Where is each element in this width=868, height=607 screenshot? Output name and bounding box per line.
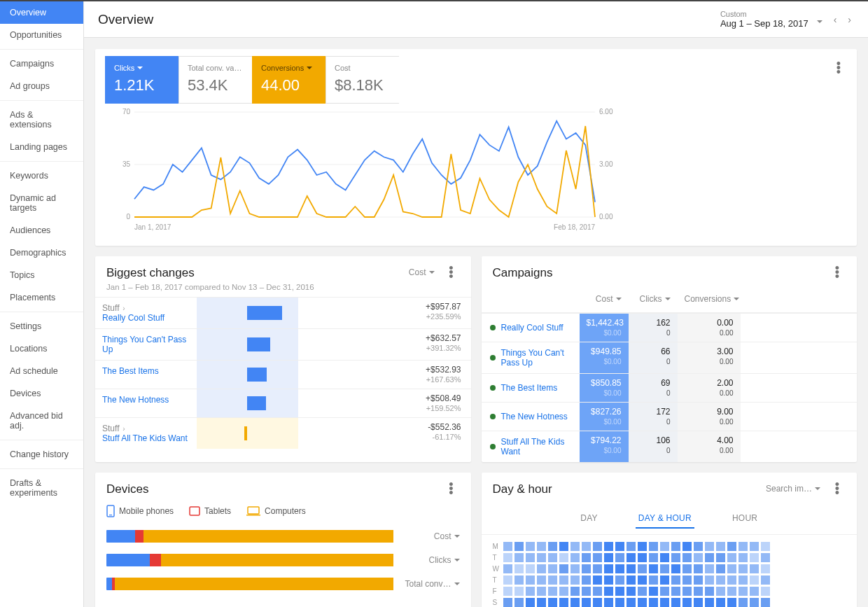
table-row[interactable]: Things You Can't Pass Up+$632.57+391.32% [95, 328, 471, 360]
day-hour-tabs: DAY DAY & HOUR HOUR [482, 502, 858, 535]
metric-tile-conversions[interactable]: Conversions44.00 [252, 56, 326, 104]
metric-dropdown[interactable]: Search im… [766, 484, 820, 494]
table-row[interactable]: The Best Items+$532.93+167.63% [95, 360, 471, 389]
computer-icon: Computers [246, 506, 306, 516]
col-conv-dropdown[interactable]: Conversions [685, 294, 740, 304]
sidebar-item-audiences[interactable]: Audiences [0, 219, 83, 242]
sidebar-item-topics[interactable]: Topics [0, 264, 83, 286]
card-menu-button[interactable]: ••• [443, 482, 460, 495]
sidebar-item-demographics[interactable]: Demographics [0, 242, 83, 264]
panel-title: Day & hour [493, 482, 552, 496]
table-row[interactable]: Stuff ›Stuff All The Kids Want-$552.36-6… [95, 417, 471, 449]
metrics-chart: 00.00353.00706.00Jan 1, 2017Feb 18, 2017 [95, 104, 857, 236]
metric-dropdown[interactable]: Cost [409, 267, 435, 277]
status-dot-icon [490, 355, 496, 361]
metric-dropdown[interactable]: Total conv… [402, 579, 460, 589]
svg-text:6.00: 6.00 [599, 108, 613, 116]
table-row[interactable]: Stuff All The Kids Want$794.22$0.0010604… [482, 431, 858, 462]
svg-rect-12 [109, 515, 112, 515]
status-dot-icon [490, 325, 496, 330]
status-dot-icon [490, 385, 496, 391]
campaigns-card: Campaigns ••• Cost Clicks Conversions Re… [482, 256, 858, 462]
page-title: Overview [98, 12, 153, 27]
tab-day-hour[interactable]: DAY & HOUR [636, 509, 694, 529]
device-bar-row: Clicks [95, 548, 471, 572]
sidebar-item-campaigns[interactable]: Campaigns [0, 53, 83, 75]
sidebar-item-placements[interactable]: Placements [0, 286, 83, 309]
svg-text:3.00: 3.00 [599, 160, 613, 168]
col-cost-dropdown[interactable]: Cost [596, 294, 622, 304]
svg-text:0.00: 0.00 [599, 213, 613, 221]
metric-tile-clicks[interactable]: Clicks1.21K [105, 56, 178, 104]
panel-title: Biggest changes [106, 266, 314, 280]
table-row[interactable]: The New Hotness+$508.49+159.52% [95, 389, 471, 417]
chevron-down-icon[interactable] [814, 13, 825, 27]
table-row[interactable]: The Best Items$850.85$0.006902.000.00 [482, 373, 858, 402]
svg-rect-15 [246, 515, 260, 516]
next-period-button[interactable]: › [845, 13, 854, 27]
device-bar-row: Total conv… [95, 572, 471, 596]
svg-text:70: 70 [122, 108, 131, 116]
table-row[interactable]: Things You Can't Pass Up$949.85$0.006603… [482, 342, 858, 373]
status-dot-icon [490, 414, 496, 419]
panel-title: Devices [106, 482, 148, 496]
sidebar-item-settings[interactable]: Settings [0, 315, 83, 337]
prev-period-button[interactable]: ‹ [831, 13, 840, 27]
status-dot-icon [490, 444, 496, 449]
sidebar-item-overview[interactable]: Overview [0, 1, 83, 24]
tablet-icon: Tablets [189, 506, 231, 516]
svg-text:0: 0 [126, 213, 130, 221]
date-range-text: Aug 1 – Sep 18, 2017 [720, 18, 808, 29]
table-header-row: Cost Clicks Conversions [482, 286, 858, 313]
metric-dropdown[interactable]: Clicks [402, 555, 460, 565]
col-clicks-dropdown[interactable]: Clicks [640, 294, 671, 304]
sidebar-item-dynamic-ad-targets[interactable]: Dynamic ad targets [0, 187, 83, 219]
sidebar-item-opportunities[interactable]: Opportunities [0, 24, 83, 46]
heatmap: MTWTFSS12 AM6 AM12 PM6 PM12 AM [482, 535, 858, 607]
page-header: Overview Custom Aug 1 – Sep 18, 2017 ‹ › [84, 1, 868, 38]
card-menu-button[interactable]: ••• [443, 266, 460, 279]
card-menu-button[interactable]: ••• [829, 482, 846, 495]
card-menu-button[interactable]: ••• [830, 62, 847, 74]
sidebar-item-change-history[interactable]: Change history [0, 443, 83, 466]
device-bar-row: Cost [95, 524, 471, 548]
svg-text:Feb 18, 2017: Feb 18, 2017 [554, 223, 595, 231]
sidebar: OverviewOpportunitiesCampaignsAd groupsA… [0, 1, 84, 607]
table-row[interactable]: The New Hotness$827.26$0.0017209.000.00 [482, 402, 858, 431]
svg-rect-14 [248, 507, 259, 514]
svg-text:Jan 1, 2017: Jan 1, 2017 [134, 223, 172, 231]
biggest-changes-card: Biggest changes Jan 1 – Feb 18, 2017 com… [95, 256, 471, 462]
devices-card: Devices ••• Mobile phones Tablets Comput… [95, 473, 471, 607]
day-hour-card: Day & hour Search im… ••• DAY DAY & HOUR… [482, 473, 858, 607]
tab-hour[interactable]: HOUR [729, 509, 760, 529]
metrics-card: Clicks1.21KTotal conv. va…53.4KConversio… [95, 49, 857, 246]
sidebar-item-drafts-experiments[interactable]: Drafts & experiments [0, 472, 83, 504]
card-menu-button[interactable]: ••• [829, 266, 846, 279]
svg-text:35: 35 [122, 160, 131, 168]
devices-legend: Mobile phones Tablets Computers [95, 502, 471, 524]
metric-dropdown[interactable]: Cost [402, 531, 460, 541]
sidebar-item-ads-extensions[interactable]: Ads & extensions [0, 104, 83, 136]
metric-tile-cost[interactable]: Cost$8.18K [326, 56, 399, 104]
sidebar-item-landing-pages[interactable]: Landing pages [0, 136, 83, 158]
date-range-picker[interactable]: Custom Aug 1 – Sep 18, 2017 ‹ › [720, 10, 854, 29]
sidebar-item-ad-schedule[interactable]: Ad schedule [0, 360, 83, 382]
tab-day[interactable]: DAY [578, 509, 601, 529]
svg-rect-13 [190, 507, 200, 515]
table-row[interactable]: Stuff ›Really Cool Stuff+$957.87+235.59% [95, 297, 471, 328]
sidebar-item-keywords[interactable]: Keywords [0, 165, 83, 187]
sidebar-item-locations[interactable]: Locations [0, 337, 83, 360]
sidebar-item-ad-groups[interactable]: Ad groups [0, 75, 83, 97]
panel-subtitle: Jan 1 – Feb 18, 2017 compared to Nov 13 … [106, 283, 314, 291]
date-range-mode: Custom [720, 10, 747, 18]
mobile-icon: Mobile phones [106, 505, 174, 517]
metric-tile-total-conv-va-[interactable]: Total conv. va…53.4K [178, 56, 252, 104]
panel-title: Campaigns [493, 266, 553, 280]
table-row[interactable]: Really Cool Stuff$1,442.43$0.0016200.000… [482, 313, 858, 342]
sidebar-item-advanced-bid-adj-[interactable]: Advanced bid adj. [0, 405, 83, 437]
sidebar-item-devices[interactable]: Devices [0, 382, 83, 405]
